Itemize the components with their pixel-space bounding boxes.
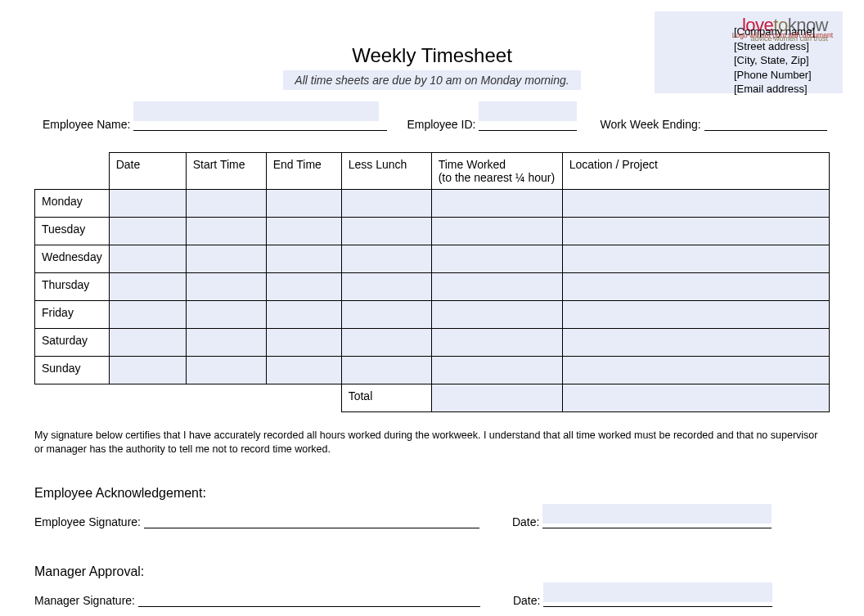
lunch-field[interactable] (341, 301, 431, 329)
start-field[interactable] (186, 218, 266, 245)
table-row: Friday (35, 301, 830, 329)
worked-field[interactable] (431, 357, 562, 384)
manager-signature-field[interactable] (138, 592, 480, 607)
location-field[interactable] (562, 357, 829, 384)
total-spacer (109, 384, 186, 412)
page-container: lovetoknow advice women can trust [Compa… (0, 0, 864, 616)
location-field[interactable] (562, 301, 829, 329)
table-row: Sunday (35, 357, 830, 384)
worked-field[interactable] (431, 218, 562, 245)
company-email[interactable]: [Email address] (734, 82, 815, 97)
worked-field[interactable] (431, 273, 562, 301)
manager-signature-row: Manager Signature: Date: (34, 592, 830, 607)
start-field[interactable] (186, 245, 266, 273)
location-field[interactable] (562, 273, 829, 301)
start-field[interactable] (186, 190, 266, 218)
date-field[interactable] (109, 357, 186, 384)
table-row: Tuesday (35, 218, 830, 245)
lunch-field[interactable] (341, 190, 431, 218)
employee-name-field[interactable] (133, 115, 387, 131)
total-spacer (266, 384, 341, 412)
lunch-field[interactable] (341, 329, 431, 357)
page-subtitle: All time sheets are due by 10 am on Mond… (295, 74, 569, 87)
worked-field[interactable] (431, 245, 562, 273)
table-header-row: Date Start Time End Time Less Lunch Time… (35, 153, 830, 190)
total-spacer (35, 384, 110, 412)
start-field[interactable] (186, 329, 266, 357)
worked-field[interactable] (431, 329, 562, 357)
employee-signature-field[interactable] (144, 514, 479, 528)
subtitle-wrap: All time sheets are due by 10 am on Mond… (283, 70, 580, 90)
day-label: Friday (35, 301, 110, 329)
header-date: Date (109, 153, 186, 190)
timesheet-table: Date Start Time End Time Less Lunch Time… (34, 152, 830, 412)
date-field[interactable] (109, 301, 186, 329)
header-location: Location / Project (562, 153, 829, 190)
manager-approval-heading: Manager Approval: (34, 564, 830, 579)
worked-field[interactable] (431, 301, 562, 329)
date-field[interactable] (109, 329, 186, 357)
certification-text: My signature below certifies that I have… (34, 429, 830, 456)
day-label: Wednesday (35, 245, 110, 273)
title-block: Weekly Timesheet All time sheets are due… (34, 44, 830, 90)
date-field[interactable] (109, 190, 186, 218)
day-label: Sunday (35, 357, 110, 384)
end-field[interactable] (266, 357, 341, 384)
location-field[interactable] (562, 190, 829, 218)
end-field[interactable] (266, 190, 341, 218)
total-worked-field[interactable] (431, 384, 562, 412)
manager-date-field[interactable] (543, 592, 772, 607)
start-field[interactable] (186, 273, 266, 301)
date-field[interactable] (109, 273, 186, 301)
employee-date-field[interactable] (542, 514, 772, 528)
lunch-field[interactable] (341, 357, 431, 384)
end-field[interactable] (266, 218, 341, 245)
day-label: Thursday (35, 273, 110, 301)
lunch-field[interactable] (341, 245, 431, 273)
header-worked-text: Time Worked (439, 158, 506, 171)
end-field[interactable] (266, 245, 341, 273)
header-start: Start Time (186, 153, 266, 190)
timesheet-body: Monday Tuesday Wednesday (35, 190, 830, 412)
company-phone[interactable]: [Phone Number] (734, 68, 815, 83)
header-end: End Time (266, 153, 341, 190)
employee-date-label: Date: (512, 515, 539, 528)
table-row: Monday (35, 190, 830, 218)
header-worked-sub: (to the nearest ¼ hour) (439, 171, 555, 184)
employee-signature-label: Employee Signature: (34, 515, 141, 528)
lunch-field[interactable] (341, 218, 431, 245)
location-field[interactable] (562, 329, 829, 357)
header-empty (35, 153, 110, 190)
table-row: Thursday (35, 273, 830, 301)
total-row: Total (35, 384, 830, 412)
employee-id-label: Employee ID: (407, 118, 475, 131)
end-field[interactable] (266, 329, 341, 357)
end-field[interactable] (266, 273, 341, 301)
employee-signature-row: Employee Signature: Date: (34, 514, 830, 528)
location-field[interactable] (562, 245, 829, 273)
employee-name-label: Employee Name: (43, 118, 130, 131)
header-lunch: Less Lunch (341, 153, 431, 190)
day-label: Tuesday (35, 218, 110, 245)
lunch-field[interactable] (341, 273, 431, 301)
date-field[interactable] (109, 218, 186, 245)
manager-signature-label: Manager Signature: (34, 594, 135, 607)
table-row: Wednesday (35, 245, 830, 273)
table-row: Saturday (35, 329, 830, 357)
location-field[interactable] (562, 218, 829, 245)
end-field[interactable] (266, 301, 341, 329)
day-label: Saturday (35, 329, 110, 357)
worked-field[interactable] (431, 190, 562, 218)
start-field[interactable] (186, 301, 266, 329)
employee-ack-section: Employee Acknowledgement: Employee Signa… (34, 486, 830, 528)
employee-id-field[interactable] (479, 115, 577, 131)
page-title: Weekly Timesheet (34, 44, 830, 67)
company-city[interactable]: [City, State, Zip] (734, 53, 815, 68)
week-ending-field[interactable] (704, 115, 827, 131)
total-location-field[interactable] (562, 384, 829, 412)
manager-approval-section: Manager Approval: Manager Signature: Dat… (34, 564, 830, 607)
company-street[interactable]: [Street address] (734, 39, 815, 54)
date-field[interactable] (109, 245, 186, 273)
start-field[interactable] (186, 357, 266, 384)
logo-print-note: Logo will not print with document (732, 31, 833, 39)
